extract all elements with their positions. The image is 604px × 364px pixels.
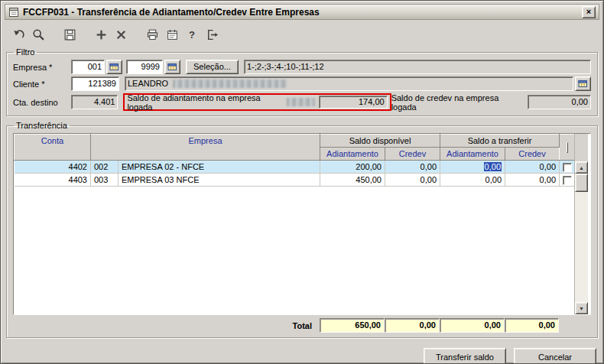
header-disp-adiantamento[interactable]: Adiantamento xyxy=(320,148,385,161)
scroll-down-icon: ▼ xyxy=(579,306,584,311)
header-disp-credev[interactable]: Credev xyxy=(385,148,440,161)
row-checkbox[interactable] xyxy=(563,163,572,172)
cell-empresa-nome[interactable]: EMPRESA 03 NFCE xyxy=(119,174,320,187)
cell-transf-credev[interactable]: 0,00 xyxy=(505,174,560,187)
empresa-lookup2-button[interactable] xyxy=(164,60,180,74)
selecao-button[interactable]: Seleção... xyxy=(186,60,239,74)
header-transf-credev[interactable]: Credev xyxy=(505,148,560,161)
row-checkbox-cell xyxy=(560,161,575,174)
cell-transf-adiantamento[interactable]: 0,00 xyxy=(440,174,505,187)
grid-main: Conta Empresa Saldo disponível Saldo a t… xyxy=(14,134,574,314)
footer: Transferir saldo Cancelar xyxy=(8,348,596,364)
grid-empty-area xyxy=(14,187,574,314)
saldo-adiantamento-field: 174,00 xyxy=(319,96,387,109)
toolbar: ? xyxy=(5,22,599,47)
cell-conta[interactable]: 4403 xyxy=(15,174,91,187)
cliente-name-field: LEANDRO xyxy=(125,76,573,91)
close-button[interactable]: × xyxy=(582,6,596,18)
grid-row[interactable]: 4403 003 EMPRESA 03 NFCE 450,00 0,00 0,0… xyxy=(15,174,575,187)
saldo-adiantamento-highlight: Saldo de adiantamento na empresa logada … xyxy=(123,93,391,111)
transferencia-legend: Transferência xyxy=(14,121,70,130)
lookup-icon xyxy=(167,62,177,72)
total-row: Total 650,00 0,00 0,00 0,00 xyxy=(13,318,591,333)
save-icon xyxy=(63,28,76,41)
scroll-up-icon: ▲ xyxy=(579,165,584,171)
title-bar[interactable]: FCCFP031 - Transferência de Adiantamento… xyxy=(5,4,599,20)
redacted-text xyxy=(287,98,315,106)
schedule-button[interactable] xyxy=(162,24,182,44)
undo-button[interactable] xyxy=(8,24,28,44)
cell-empresa-code[interactable]: 002 xyxy=(91,161,119,174)
saldo-credev-label: Saldo de credev na empresa logada xyxy=(391,93,528,112)
delete-button[interactable] xyxy=(111,24,131,44)
scroll-up-button[interactable]: ▲ xyxy=(575,161,588,174)
cancelar-button[interactable]: Cancelar xyxy=(514,348,596,364)
cell-disp-adiantamento[interactable]: 450,00 xyxy=(320,174,385,187)
close-icon: × xyxy=(586,7,591,16)
scroll-track[interactable] xyxy=(575,192,588,302)
saldo-credev-field: 0,00 xyxy=(528,95,591,109)
empresa-label: Empresa * xyxy=(13,63,71,72)
cell-transf-adiantamento-editing[interactable]: 0,00 xyxy=(440,161,505,174)
edit-cell-selected-text: 0,00 xyxy=(484,162,502,171)
empresa-selection-field: 1-;2-;3-;4-;10-;11-;12 xyxy=(244,60,591,74)
window-icon xyxy=(8,7,19,18)
total-transf-adiantamento: 0,00 xyxy=(440,318,505,333)
lookup-icon xyxy=(109,62,119,72)
help-button[interactable]: ? xyxy=(182,24,202,44)
cell-conta[interactable]: 4402 xyxy=(15,161,91,174)
cell-disp-adiantamento[interactable]: 200,00 xyxy=(320,161,385,174)
cell-empresa-nome[interactable]: EMPRESA 02 - NFCE xyxy=(119,161,320,174)
header-conta[interactable]: Conta xyxy=(15,135,91,161)
filtro-group: Filtro Empresa * 001 9999 Seleção... 1-;… xyxy=(6,47,598,116)
help-icon: ? xyxy=(189,29,195,41)
cliente-label: Cliente * xyxy=(13,80,71,89)
header-empresa[interactable]: Empresa xyxy=(91,135,320,161)
transferencia-group: Transferência Conta Empresa Saldo dispon… xyxy=(6,121,598,338)
cliente-row: Cliente * 121389 LEANDRO xyxy=(13,76,591,91)
header-saldo-disponivel[interactable]: Saldo disponível xyxy=(320,135,440,148)
scroll-thumb[interactable] xyxy=(575,174,588,192)
save-button[interactable] xyxy=(60,24,80,44)
row-checkbox[interactable] xyxy=(563,176,572,185)
x-icon xyxy=(115,28,128,41)
total-disp-credev: 0,00 xyxy=(385,318,440,333)
redacted-text xyxy=(173,80,287,88)
total-transf-credev: 0,00 xyxy=(505,318,559,333)
exit-icon xyxy=(206,28,219,41)
saldo-adiantamento-label: Saldo de adiantamento na empresa logada xyxy=(127,93,283,112)
header-checkbox-cell xyxy=(560,135,575,161)
empresa-code-field[interactable]: 001 xyxy=(71,60,105,74)
add-button[interactable] xyxy=(91,24,111,44)
exit-button[interactable] xyxy=(202,24,222,44)
empresa-row: Empresa * 001 9999 Seleção... 1-;2-;3-;4… xyxy=(13,60,591,74)
row-checkbox-cell xyxy=(560,174,575,187)
scroll-down-button[interactable]: ▼ xyxy=(575,302,588,314)
cell-disp-credev[interactable]: 0,00 xyxy=(385,161,440,174)
cliente-lookup-button[interactable] xyxy=(575,76,591,91)
empresa-lookup-button[interactable] xyxy=(106,60,122,74)
transferir-saldo-button[interactable]: Transferir saldo xyxy=(424,348,506,364)
cta-destino-row: Cta. destino 4.401 Saldo de adiantamento… xyxy=(13,93,591,111)
cell-disp-credev[interactable]: 0,00 xyxy=(385,174,440,187)
transfer-grid: Conta Empresa Saldo disponível Saldo a t… xyxy=(13,133,591,315)
plus-icon xyxy=(95,28,108,41)
lookup-icon xyxy=(578,79,588,89)
header-saldo-transferir[interactable]: Saldo a transferir xyxy=(440,135,560,148)
header-transf-adiantamento[interactable]: Adiantamento xyxy=(440,148,505,161)
grid-table: Conta Empresa Saldo disponível Saldo a t… xyxy=(14,134,575,187)
vertical-scrollbar[interactable]: ▲ ▼ xyxy=(574,134,588,314)
filtro-legend: Filtro xyxy=(14,47,37,57)
cell-empresa-code[interactable]: 003 xyxy=(91,174,119,187)
window-title: FCCFP031 - Transferência de Adiantamento… xyxy=(23,7,578,18)
cell-transf-credev[interactable]: 0,00 xyxy=(505,161,560,174)
search-button[interactable] xyxy=(28,24,48,44)
cliente-code-field[interactable]: 121389 xyxy=(71,76,119,91)
grid-row-selected[interactable]: 4402 002 EMPRESA 02 - NFCE 200,00 0,00 0… xyxy=(15,161,575,174)
cta-destino-field: 4.401 xyxy=(71,95,118,109)
select-all-button[interactable] xyxy=(567,142,568,153)
print-button[interactable] xyxy=(142,24,162,44)
empresa-code2-field[interactable]: 9999 xyxy=(126,60,163,74)
undo-icon xyxy=(12,28,25,41)
calendar-icon xyxy=(166,28,179,41)
